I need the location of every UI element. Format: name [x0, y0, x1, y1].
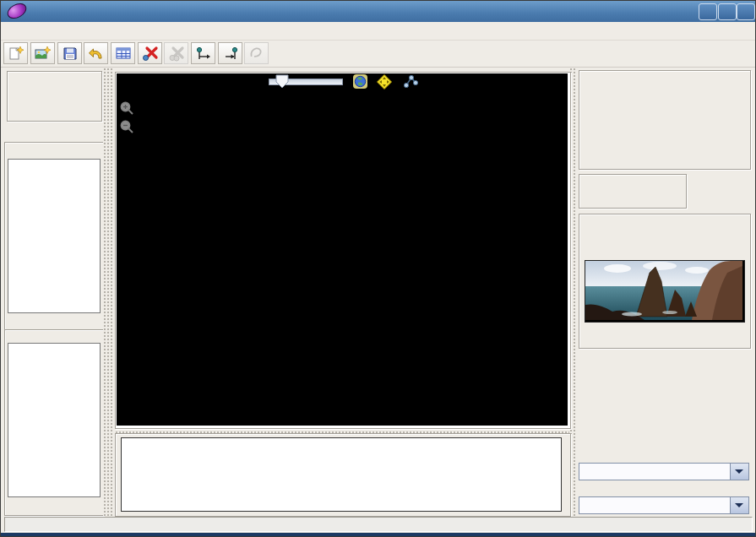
delete-point-button[interactable]	[138, 42, 162, 64]
map-zoom-out-button[interactable]	[119, 119, 134, 138]
photos-list[interactable]	[8, 343, 101, 497]
window-frame-bottom	[1, 533, 755, 537]
map-view[interactable]	[115, 72, 571, 429]
map-island	[451, 408, 462, 417]
chevron-down-icon[interactable]	[730, 464, 748, 480]
new-file-button[interactable]	[3, 42, 28, 64]
coordinate-format-select[interactable]	[579, 463, 749, 480]
range-details-panel	[579, 174, 687, 209]
photo-thumbnail	[585, 260, 745, 323]
waypoints-list[interactable]	[8, 159, 101, 313]
altitude-profile-chart[interactable]	[121, 437, 562, 512]
map-zoom-slider-thumb[interactable]	[275, 74, 290, 93]
close-button[interactable]	[737, 3, 755, 20]
app-window	[0, 0, 756, 537]
save-button[interactable]	[57, 42, 82, 64]
track-details-panel	[7, 71, 102, 122]
status-bar	[4, 517, 753, 532]
menu-bar	[1, 22, 755, 41]
map-track-points-icon[interactable]	[403, 75, 419, 92]
map-pan-icon[interactable]	[377, 74, 392, 93]
chevron-down-icon[interactable]	[730, 497, 748, 513]
connect-photo-button[interactable]	[244, 42, 269, 64]
point-details-panel	[579, 70, 751, 170]
title-bar[interactable]	[1, 1, 755, 23]
map-maps-globe-icon[interactable]	[353, 74, 367, 92]
prune-logo-icon	[5, 0, 30, 21]
set-range-end-button[interactable]	[218, 42, 242, 64]
set-range-start-button[interactable]	[191, 42, 215, 64]
minimize-button[interactable]	[699, 3, 717, 20]
altitude-profile-panel[interactable]	[115, 433, 571, 517]
maximize-button[interactable]	[718, 3, 737, 20]
add-photo-button[interactable]	[30, 42, 55, 64]
distance-units-select[interactable]	[579, 496, 749, 514]
delete-range-button[interactable]	[164, 42, 188, 64]
left-splitter[interactable]	[103, 68, 114, 516]
undo-button[interactable]	[84, 42, 108, 64]
map-zoom-in-button[interactable]	[119, 100, 134, 119]
edit-point-button[interactable]	[111, 42, 135, 64]
toolbar	[1, 41, 755, 68]
photo-details-panel	[579, 214, 751, 349]
